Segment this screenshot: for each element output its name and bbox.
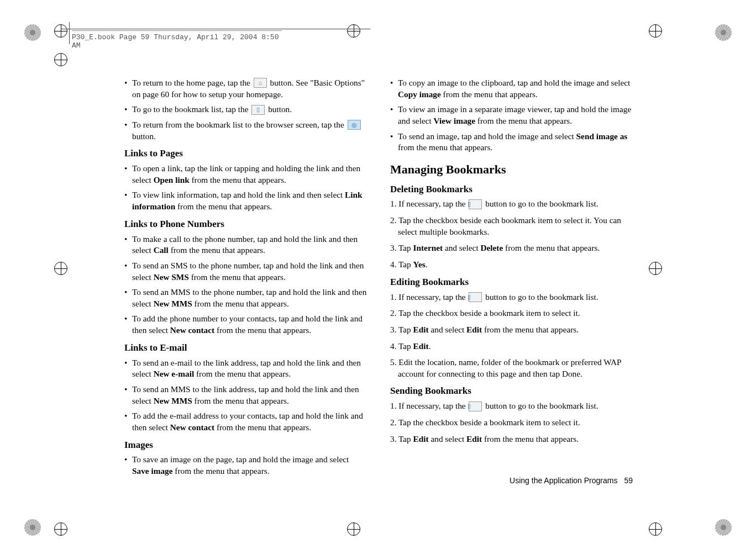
left-column: • To return to the home page, tap the ⌂ …: [124, 77, 367, 486]
reg-mark-icon: [24, 24, 41, 41]
list-item: •To save an image on the page, tap and h…: [124, 454, 367, 477]
list-item: •To add the phone number to your contact…: [124, 313, 367, 336]
frame-line: [69, 22, 70, 44]
list-item: •To send an SMS to the phone number, tap…: [124, 260, 367, 283]
list-item: •To send an e-mail to the link address, …: [124, 357, 367, 380]
bookmark-icon: ▯: [251, 105, 265, 115]
list-item: •To open a link, tap the link or tapping…: [124, 163, 367, 186]
list-item: 2. Tap the checkbox beside a bookmark it…: [390, 417, 633, 429]
reg-mark-icon: [24, 519, 41, 536]
list-item: 1. If necessary, tap the ▯ button to go …: [390, 198, 633, 210]
page-content: • To return to the home page, tap the ⌂ …: [124, 77, 633, 486]
list-item: 2. Tap the checkbox beside each bookmark…: [390, 215, 633, 237]
frame-line: [61, 29, 370, 29]
heading-links-to-email: Links to E-mail: [124, 342, 367, 355]
list-item: •To add the e-mail address to your conta…: [124, 410, 367, 433]
footer-label: Using the Application Programs: [510, 476, 617, 485]
list-item: 4. Tap Yes.: [390, 259, 633, 271]
bookmark-icon: ▯: [469, 199, 482, 209]
list-item: 5. Edit the location, name, folder of th…: [390, 357, 633, 379]
list-item: 1. If necessary, tap the ▯ button to go …: [390, 292, 633, 303]
reg-mark-icon: [715, 519, 732, 536]
list-item: • To go to the bookmark list, tap the ▯ …: [124, 104, 367, 115]
list-item: •To send an MMS to the link address, tap…: [124, 384, 367, 406]
list-item: 1. If necessary, tap the ▯ button to go …: [390, 400, 633, 412]
bookmark-icon: ▯: [469, 292, 482, 302]
list-item: •To send an image, tap and hold the imag…: [390, 131, 633, 154]
list-item: 2. Tap the checkbox beside a bookmark it…: [390, 308, 633, 319]
header-file-path: P30_E.book Page 59 Thursday, April 29, 2…: [72, 30, 282, 50]
list-item: 4. Tap Edit.: [390, 341, 633, 352]
list-item: • To return to the home page, tap the ⌂ …: [124, 77, 367, 100]
home-icon: ⌂: [254, 78, 267, 88]
list-item: • To return from the bookmark list to th…: [124, 119, 367, 142]
heading-links-to-pages: Links to Pages: [124, 147, 367, 160]
heading-editing-bookmarks: Editing Bookmarks: [390, 276, 633, 289]
list-item: •To view link information, tap and hold …: [124, 189, 367, 212]
crosshair-icon: [649, 522, 662, 536]
list-item: •To make a call to the phone number, tap…: [124, 234, 367, 256]
bookmark-icon: ▯: [469, 401, 482, 411]
heading-deleting-bookmarks: Deleting Bookmarks: [390, 183, 633, 196]
page-number: 59: [624, 476, 633, 485]
crosshair-icon: [347, 24, 360, 38]
crosshair-icon: [649, 24, 662, 38]
reg-mark-icon: [715, 24, 732, 41]
list-item: •To view an image in a separate image vi…: [390, 104, 633, 126]
list-item: 3. Tap Edit and select Edit from the men…: [390, 324, 633, 336]
crosshair-icon: [649, 262, 662, 275]
list-item: 3. Tap Edit and select Edit from the men…: [390, 434, 633, 445]
heading-links-to-phone: Links to Phone Numbers: [124, 218, 367, 231]
heading-images: Images: [124, 439, 367, 452]
crosshair-icon: [54, 262, 67, 275]
page-footer: Using the Application Programs59: [510, 476, 633, 486]
magnifier-icon: ◎: [348, 120, 361, 130]
right-column: •To copy an image to the clipboard, tap …: [390, 77, 633, 486]
list-item: •To copy an image to the clipboard, tap …: [390, 77, 633, 100]
crosshair-icon: [54, 24, 67, 38]
heading-sending-bookmarks: Sending Bookmarks: [390, 385, 633, 398]
list-item: •To send an MMS to the phone number, tap…: [124, 287, 367, 309]
crosshair-icon: [54, 53, 67, 66]
crosshair-icon: [347, 522, 360, 536]
crosshair-icon: [54, 522, 67, 536]
heading-managing-bookmarks: Managing Bookmarks: [390, 161, 633, 178]
list-item: 3. Tap Internet and select Delete from t…: [390, 242, 633, 254]
